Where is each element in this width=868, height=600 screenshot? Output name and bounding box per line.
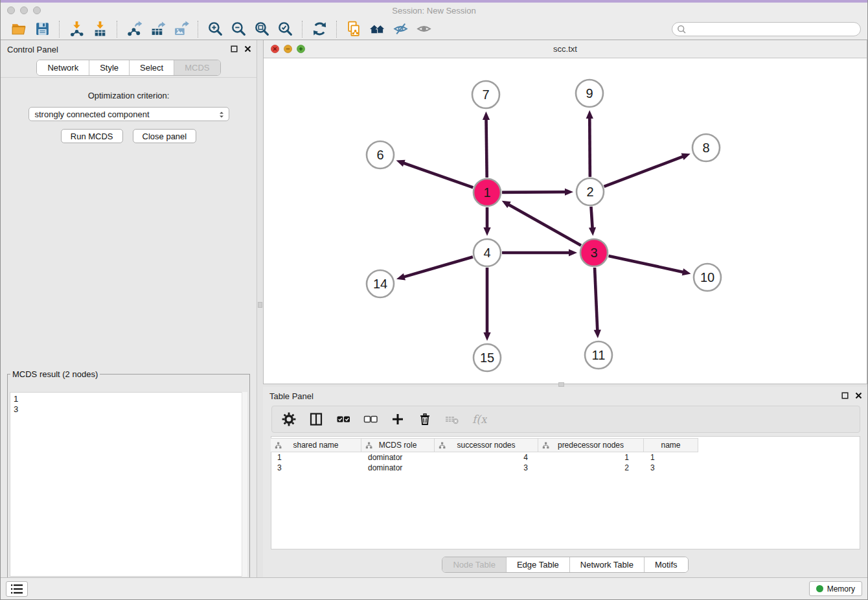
float-panel-icon[interactable] [841, 392, 849, 399]
column-header-mcds-role[interactable]: MCDS role [361, 439, 435, 452]
table-cell: 1 [271, 452, 361, 463]
column-header-name[interactable]: name [644, 439, 698, 452]
edge-3-1 [502, 201, 581, 246]
node-10[interactable]: 10 [694, 264, 721, 291]
zoom-fit-button[interactable] [250, 19, 273, 39]
svg-text:11: 11 [592, 348, 606, 362]
show-columns-button[interactable] [306, 409, 326, 430]
close-panel-icon[interactable] [855, 392, 862, 399]
column-header-successor-nodes[interactable]: successor nodes [435, 439, 538, 452]
export-table-icon [150, 21, 166, 37]
import-network-button[interactable] [65, 19, 88, 39]
tab-motifs[interactable]: Motifs [644, 557, 688, 572]
select-all-rows-button[interactable] [333, 409, 354, 430]
task-history-button[interactable] [6, 581, 28, 597]
close-panel-icon[interactable] [244, 45, 251, 52]
close-panel-button[interactable]: Close panel [133, 129, 197, 143]
svg-text:9: 9 [586, 86, 593, 100]
save-session-button[interactable] [30, 19, 54, 39]
import-table-button[interactable] [88, 19, 111, 39]
network-maximize-icon[interactable] [297, 45, 305, 53]
export-table-button[interactable] [146, 19, 169, 39]
tab-node-table[interactable]: Node Table [442, 557, 506, 572]
import-network-icon [69, 21, 85, 37]
node-3[interactable]: 3 [580, 239, 608, 266]
node-15[interactable]: 15 [474, 344, 501, 371]
node-11[interactable]: 11 [585, 341, 612, 369]
edge-3-11 [594, 268, 601, 338]
svg-text:8: 8 [702, 141, 709, 155]
floppy-icon [34, 21, 51, 37]
network-minimize-icon[interactable] [284, 45, 292, 53]
hide-graphics-details-button[interactable] [389, 19, 412, 39]
plus-icon [390, 411, 405, 427]
node-8[interactable]: 8 [692, 134, 720, 161]
svg-text:6: 6 [376, 148, 383, 162]
edge-1-6 [396, 160, 474, 188]
zoom-in-button[interactable] [203, 19, 227, 39]
deselect-all-icon [363, 411, 378, 427]
toolbar-separator [59, 21, 60, 38]
node-14[interactable]: 14 [367, 270, 394, 297]
optimization-criterion-label: Optimization criterion: [1, 91, 257, 100]
optimization-criterion-select[interactable]: strongly connected component [29, 107, 229, 121]
tab-network[interactable]: Network [37, 60, 89, 75]
delete-row-button[interactable] [415, 409, 435, 430]
zoom-selected-button[interactable] [273, 19, 297, 39]
splitter-handle[interactable] [258, 302, 262, 308]
network-canvas[interactable]: 7968124310141511 [264, 58, 867, 384]
refresh-button[interactable] [308, 19, 331, 39]
table-cell: 1 [538, 452, 644, 463]
mcds-result-scrollbar[interactable] [242, 392, 247, 577]
show-graphics-details-button[interactable] [412, 19, 435, 39]
network-close-icon[interactable] [271, 45, 279, 53]
control-panel-title: Control Panel [7, 45, 58, 54]
memory-label: Memory [827, 584, 855, 594]
search-input[interactable] [672, 22, 861, 36]
node-9[interactable]: 9 [576, 80, 603, 107]
tab-network-table[interactable]: Network Table [569, 557, 644, 572]
table-options-button[interactable] [279, 409, 299, 430]
tab-select[interactable]: Select [129, 60, 174, 75]
table-cell: 3 [271, 463, 361, 473]
column-header-shared-name[interactable]: shared name [271, 439, 361, 452]
mcds-result-text[interactable]: 1 3 [10, 392, 247, 577]
select-stepper-icon [218, 110, 225, 119]
doc-network-icon [346, 21, 362, 37]
tab-edge-table[interactable]: Edge Table [506, 557, 569, 572]
new-network-document-button[interactable] [342, 19, 365, 39]
table-row[interactable]: 1dominator411 [271, 452, 698, 463]
trash-icon [417, 411, 433, 427]
node-1[interactable]: 1 [474, 179, 501, 206]
memory-status-icon [816, 585, 823, 592]
node-6[interactable]: 6 [367, 141, 394, 168]
deselect-all-rows-button[interactable] [360, 409, 381, 430]
export-network-button[interactable] [122, 19, 146, 39]
float-panel-icon[interactable] [231, 45, 238, 52]
node-4[interactable]: 4 [474, 239, 501, 266]
network-overview-button[interactable] [365, 19, 389, 39]
vertical-splitter[interactable] [257, 40, 263, 578]
toolbar-buttons [7, 18, 435, 40]
zoom-out-icon [231, 21, 247, 37]
node-2[interactable]: 2 [577, 178, 604, 205]
splitter-handle[interactable] [558, 382, 564, 387]
run-mcds-button[interactable]: Run MCDS [61, 129, 123, 143]
tab-mcds[interactable]: MCDS [174, 60, 220, 75]
zoom-out-button[interactable] [227, 19, 250, 39]
zoom-in-icon [207, 21, 223, 37]
add-row-button[interactable] [387, 409, 408, 430]
node-7[interactable]: 7 [472, 81, 499, 108]
table-cell: 1 [644, 452, 698, 463]
table-row[interactable]: 3dominator323 [271, 463, 698, 473]
tab-style[interactable]: Style [89, 60, 129, 75]
main-area: Control Panel NetworkStyleSelectMCDS Opt… [1, 40, 867, 578]
column-header-predecessor-nodes[interactable]: predecessor nodes [538, 439, 644, 452]
sort-hierarchy-icon [542, 442, 549, 449]
mcds-result-groupbox: MCDS result (2 nodes) 1 3 [7, 369, 250, 579]
toolbar-separator [336, 21, 337, 38]
network-window-titlebar: scc.txt [264, 40, 867, 58]
open-file-button[interactable] [7, 19, 30, 39]
export-image-button[interactable] [169, 19, 192, 39]
memory-button[interactable]: Memory [809, 581, 862, 596]
